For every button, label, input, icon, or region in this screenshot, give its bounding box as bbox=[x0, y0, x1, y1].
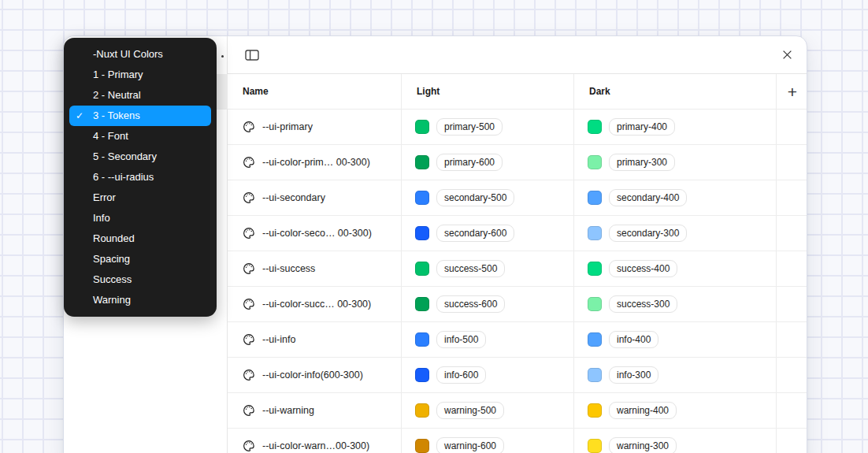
color-swatch[interactable] bbox=[415, 262, 429, 276]
color-swatch[interactable] bbox=[415, 226, 429, 240]
palette-icon bbox=[243, 333, 255, 346]
variable-value-cell[interactable]: info-300 bbox=[574, 358, 777, 392]
menu-item[interactable]: Warning bbox=[69, 290, 211, 310]
menu-item[interactable]: 5 - Secondary bbox=[69, 147, 211, 167]
color-swatch[interactable] bbox=[415, 368, 429, 382]
alias-pill[interactable]: warning-500 bbox=[436, 402, 504, 419]
menu-item[interactable]: 2 - Neutral bbox=[69, 85, 211, 106]
variable-value-cell[interactable]: secondary-600 bbox=[402, 216, 574, 251]
variable-row: --ui-successsuccess-500success-400 bbox=[228, 251, 807, 287]
variable-value-cell[interactable]: secondary-300 bbox=[574, 216, 777, 251]
variable-value-cell[interactable]: primary-400 bbox=[574, 110, 777, 144]
menu-item[interactable]: ✓3 - Tokens bbox=[69, 106, 211, 126]
variable-value-cell[interactable]: warning-500 bbox=[402, 393, 574, 428]
variable-name-cell[interactable]: --ui-color-seco… 00-300) bbox=[228, 216, 402, 251]
menu-item[interactable]: 4 - Font bbox=[69, 126, 211, 147]
color-swatch[interactable] bbox=[415, 155, 429, 169]
menu-item[interactable]: 1 - Primary bbox=[69, 65, 211, 85]
color-swatch[interactable] bbox=[415, 403, 429, 418]
variable-value-cell[interactable]: info-400 bbox=[574, 322, 777, 357]
variable-value-cell[interactable]: info-600 bbox=[402, 358, 574, 392]
close-button[interactable] bbox=[777, 46, 796, 65]
variable-name-cell[interactable]: --ui-secondary bbox=[228, 180, 402, 215]
variable-name-cell[interactable]: --ui-info bbox=[228, 322, 402, 357]
menu-item[interactable]: Spacing bbox=[69, 249, 211, 269]
variable-name-cell[interactable]: --ui-color-warn…00-300) bbox=[228, 429, 402, 453]
variable-value-cell[interactable]: success-600 bbox=[402, 287, 574, 321]
color-swatch[interactable] bbox=[588, 155, 602, 169]
variable-name-cell[interactable]: --ui-success bbox=[228, 251, 402, 286]
color-swatch[interactable] bbox=[588, 403, 602, 418]
variable-value-cell[interactable]: success-400 bbox=[574, 251, 777, 286]
variable-value-cell[interactable]: secondary-400 bbox=[574, 180, 777, 215]
menu-item-label: 1 - Primary bbox=[93, 69, 143, 80]
menu-item[interactable]: -Nuxt UI Colors bbox=[69, 44, 211, 65]
alias-pill[interactable]: warning-600 bbox=[436, 437, 504, 453]
row-extra-cell bbox=[777, 110, 807, 144]
palette-icon bbox=[243, 156, 255, 169]
alias-pill[interactable]: success-400 bbox=[609, 260, 677, 277]
color-swatch[interactable] bbox=[588, 262, 602, 276]
variable-value-cell[interactable]: success-300 bbox=[574, 287, 777, 321]
row-extra-cell bbox=[777, 429, 807, 453]
color-swatch[interactable] bbox=[415, 120, 429, 134]
alias-pill[interactable]: secondary-600 bbox=[436, 225, 514, 242]
alias-pill[interactable]: info-400 bbox=[609, 331, 658, 348]
palette-icon bbox=[243, 262, 255, 275]
variable-value-cell[interactable]: primary-300 bbox=[574, 145, 777, 180]
alias-pill[interactable]: primary-500 bbox=[436, 118, 503, 136]
menu-item-label: Info bbox=[93, 212, 110, 224]
alias-pill[interactable]: info-600 bbox=[436, 366, 486, 384]
menu-item[interactable]: Rounded bbox=[69, 228, 211, 249]
variable-name-cell[interactable]: --ui-primary bbox=[228, 110, 402, 144]
alias-pill[interactable]: secondary-300 bbox=[609, 225, 687, 242]
color-swatch[interactable] bbox=[588, 120, 602, 134]
color-swatch[interactable] bbox=[415, 191, 429, 205]
alias-pill[interactable]: primary-600 bbox=[436, 154, 503, 171]
menu-item[interactable]: Success bbox=[69, 269, 211, 290]
variable-value-cell[interactable]: warning-400 bbox=[574, 393, 777, 428]
variable-value-cell[interactable]: warning-300 bbox=[574, 429, 777, 453]
palette-icon bbox=[243, 440, 255, 452]
variable-value-cell[interactable]: success-500 bbox=[402, 251, 574, 286]
color-swatch[interactable] bbox=[588, 368, 602, 382]
variable-value-cell[interactable]: primary-600 bbox=[402, 145, 574, 180]
variable-row: --ui-infoinfo-500info-400 bbox=[228, 322, 807, 358]
alias-pill[interactable]: primary-400 bbox=[609, 118, 675, 136]
variable-name-cell[interactable]: --ui-color-info(600-300) bbox=[228, 358, 402, 392]
variable-value-cell[interactable]: secondary-500 bbox=[402, 180, 574, 215]
color-swatch[interactable] bbox=[588, 332, 602, 347]
color-swatch[interactable] bbox=[588, 439, 602, 453]
variable-name-cell[interactable]: --ui-color-prim… 00-300) bbox=[228, 145, 402, 180]
color-swatch[interactable] bbox=[415, 332, 429, 347]
alias-pill[interactable]: success-300 bbox=[609, 295, 677, 313]
menu-item[interactable]: 6 - --ui-radius bbox=[69, 167, 211, 188]
alias-pill[interactable]: warning-400 bbox=[609, 402, 677, 419]
alias-pill[interactable]: warning-300 bbox=[609, 437, 677, 453]
alias-pill[interactable]: primary-300 bbox=[609, 154, 675, 171]
alias-pill[interactable]: info-300 bbox=[609, 366, 658, 384]
color-swatch[interactable] bbox=[415, 297, 429, 311]
variable-value-cell[interactable]: warning-600 bbox=[402, 429, 574, 453]
alias-pill[interactable]: info-500 bbox=[436, 331, 486, 348]
alias-pill[interactable]: secondary-400 bbox=[609, 189, 687, 206]
alias-pill[interactable]: success-500 bbox=[436, 260, 505, 277]
menu-item-label: Spacing bbox=[93, 253, 130, 265]
toggle-sidebar-button[interactable] bbox=[243, 46, 262, 65]
color-swatch[interactable] bbox=[588, 191, 602, 205]
color-swatch[interactable] bbox=[415, 439, 429, 453]
variable-value-cell[interactable]: primary-500 bbox=[402, 110, 574, 144]
variable-row: --ui-color-succ… 00-300)success-600succe… bbox=[228, 287, 807, 322]
alias-pill[interactable]: secondary-500 bbox=[436, 189, 514, 206]
color-swatch[interactable] bbox=[588, 297, 602, 311]
variable-name-cell[interactable]: --ui-color-succ… 00-300) bbox=[228, 287, 402, 321]
color-swatch[interactable] bbox=[588, 226, 602, 240]
add-mode-button[interactable]: + bbox=[777, 74, 807, 109]
menu-item[interactable]: Error bbox=[69, 188, 211, 208]
menu-item[interactable]: Info bbox=[69, 208, 211, 228]
variable-row: --ui-color-warn…00-300)warning-600warnin… bbox=[228, 429, 807, 453]
variable-name-cell[interactable]: --ui-warning bbox=[228, 393, 402, 428]
menu-item-label: 5 - Secondary bbox=[93, 150, 157, 162]
variable-value-cell[interactable]: info-500 bbox=[402, 322, 574, 357]
alias-pill[interactable]: success-600 bbox=[436, 295, 505, 313]
